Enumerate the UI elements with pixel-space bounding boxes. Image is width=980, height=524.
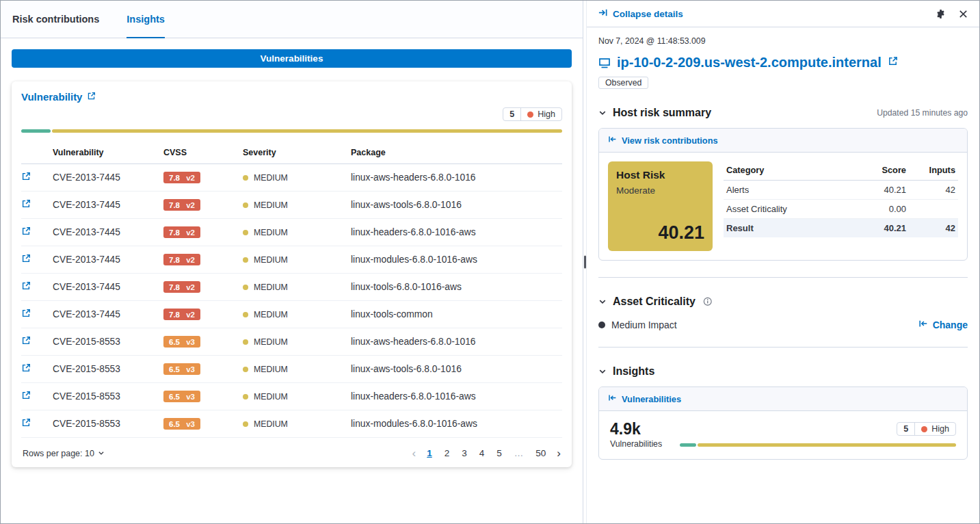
distribution-segment-medium — [698, 443, 956, 447]
vulnerability-title-label: Vulnerability — [21, 91, 82, 103]
chevron-down-icon[interactable] — [598, 367, 607, 376]
column-vulnerability: Vulnerability — [53, 144, 163, 164]
host-risk-summary-title: Host risk summary — [613, 107, 711, 119]
cvss-badge: 7.8v2 — [163, 172, 200, 183]
host-risk-summary-section-header: Host risk summary Updated 15 minutes ago — [598, 107, 968, 119]
pagination-page-5[interactable]: 5 — [495, 447, 503, 459]
open-vulnerability-icon[interactable] — [21, 392, 31, 402]
cvss-score: 6.5 — [169, 365, 180, 374]
open-vulnerability-icon[interactable] — [21, 337, 31, 348]
severity-dot — [243, 175, 248, 181]
cvss-version: v2 — [186, 311, 195, 319]
insights-vulnerabilities-panel: Vulnerabilities 4.9k Vulnerabilities 5 — [598, 387, 968, 460]
pagination-pages: 12345…50 — [425, 447, 547, 459]
severity-label: MEDIUM — [254, 200, 288, 210]
chevron-down-icon[interactable] — [598, 298, 607, 306]
vulnerabilities-panel-link[interactable]: Vulnerabilities — [608, 393, 681, 404]
open-vulnerability-icon[interactable] — [21, 283, 31, 293]
cvss-badge: 7.8v2 — [163, 199, 200, 211]
collapse-details-button[interactable]: Collapse details — [598, 8, 683, 20]
vulnerability-id: CVE-2015-8553 — [53, 356, 163, 383]
cvss-version: v3 — [186, 420, 195, 428]
tab-insights[interactable]: Insights — [127, 1, 165, 38]
cvss-version: v2 — [186, 256, 195, 264]
host-risk-card-title: Host Risk — [616, 169, 704, 181]
open-vulnerability-icon[interactable] — [21, 310, 31, 320]
pagination-prev-button[interactable]: ‹ — [412, 447, 416, 459]
host-details-flyout: Collapse details Nov 7, 2024 @ 11:48:53.… — [587, 1, 979, 523]
vulnerability-id: CVE-2013-7445 — [53, 274, 163, 301]
pagination-page-50[interactable]: 50 — [534, 447, 547, 459]
severity-distribution-bar — [21, 129, 562, 133]
insights-title: Insights — [613, 365, 654, 378]
risk-column-category: Category — [724, 161, 847, 181]
insights-panel-body: 4.9k Vulnerabilities 5 High — [599, 411, 967, 459]
open-vulnerability-icon[interactable] — [21, 419, 31, 430]
vulnerability-id: CVE-2013-7445 — [53, 246, 163, 274]
chevron-down-icon[interactable] — [598, 109, 607, 117]
package-name: linux-aws-tools-6.8.0-1016 — [351, 192, 562, 219]
open-vulnerability-icon[interactable] — [21, 365, 31, 375]
view-risk-contributions-link[interactable]: View risk contributions — [608, 135, 718, 146]
cvss-score: 7.8 — [169, 283, 180, 291]
package-name: linux-aws-headers-6.8.0-1016 — [351, 328, 562, 356]
severity-label: MEDIUM — [254, 310, 288, 319]
severity-badge-label: High — [538, 109, 555, 119]
insights-panel-header: Vulnerabilities — [599, 387, 967, 411]
vulnerability-id: CVE-2013-7445 — [53, 301, 163, 328]
cvss-score: 6.5 — [169, 393, 180, 401]
cvss-badge: 7.8v2 — [163, 309, 200, 320]
distribution-segment-low — [680, 443, 696, 447]
pagination-page-2[interactable]: 2 — [443, 447, 451, 459]
severity-count: 5 — [503, 108, 521, 120]
pagination-page-4[interactable]: 4 — [478, 447, 486, 459]
gear-icon[interactable] — [936, 9, 946, 19]
cvss-score: 6.5 — [169, 338, 180, 346]
distribution-segment-low — [21, 129, 51, 133]
close-icon[interactable] — [958, 9, 968, 19]
open-vulnerability-icon[interactable] — [21, 255, 31, 265]
severity-count: 5 — [897, 423, 915, 435]
risk-category: Result — [724, 219, 847, 238]
host-icon — [598, 57, 611, 69]
pagination-page-1[interactable]: 1 — [425, 447, 434, 459]
pagination-ellipsis: … — [513, 447, 525, 459]
risk-column-inputs: Inputs — [909, 161, 958, 181]
open-vulnerability-icon[interactable] — [21, 228, 31, 238]
cvss-badge: 6.5v3 — [163, 418, 200, 430]
risk-inputs: 42 — [909, 219, 958, 238]
severity-dot — [243, 367, 248, 372]
table-row: CVE-2013-7445 7.8v2 MEDIUM linux-aws-too… — [21, 192, 562, 219]
tab-risk-contributions[interactable]: Risk contributions — [12, 1, 99, 38]
external-link-icon[interactable] — [888, 56, 898, 69]
vulnerabilities-count-block: 4.9k Vulnerabilities — [610, 420, 662, 449]
risk-contribution-table: Category Score Inputs Alerts 40.21 42 As… — [724, 161, 958, 237]
vulnerability-id: CVE-2013-7445 — [53, 219, 163, 246]
package-name: linux-aws-tools-6.8.0-1016 — [351, 356, 562, 383]
severity-label: MEDIUM — [254, 337, 288, 347]
vulnerabilities-button[interactable]: Vulnerabilities — [12, 49, 572, 68]
chevron-down-icon — [98, 448, 105, 458]
pagination-page-3[interactable]: 3 — [460, 447, 468, 459]
pagination-next-button[interactable]: › — [557, 447, 561, 459]
vulnerability-id: CVE-2013-7445 — [53, 164, 163, 192]
view-risk-contributions-label: View risk contributions — [622, 135, 718, 146]
change-criticality-button[interactable]: Change — [918, 319, 968, 330]
host-name-link[interactable]: ip-10-0-2-209.us-west-2.compute.internal — [617, 55, 882, 70]
panel-resize-handle[interactable] — [583, 1, 587, 523]
open-vulnerability-icon[interactable] — [21, 173, 31, 183]
cvss-score: 6.5 — [169, 420, 180, 428]
open-vulnerability-icon[interactable] — [21, 200, 31, 211]
event-timestamp: Nov 7, 2024 @ 11:48:53.009 — [598, 36, 968, 46]
rows-per-page-selector[interactable]: Rows per page: 10 — [23, 448, 105, 458]
vulnerability-title-link[interactable]: Vulnerability — [21, 91, 96, 103]
vulnerability-card: Vulnerability 5 High — [12, 81, 572, 467]
risk-table-row: Asset Criticality 0.00 — [724, 200, 958, 219]
asset-criticality-row: Medium Impact Change — [598, 319, 968, 330]
risk-inputs — [909, 200, 958, 219]
vulnerability-table: Vulnerability CVSS Severity Package CVE-… — [21, 144, 562, 438]
vulnerabilities-count-label: Vulnerabilities — [610, 439, 662, 449]
vulnerability-id: CVE-2013-7445 — [53, 192, 163, 219]
info-icon[interactable] — [703, 297, 713, 306]
vulnerability-id: CVE-2015-8553 — [53, 383, 163, 410]
